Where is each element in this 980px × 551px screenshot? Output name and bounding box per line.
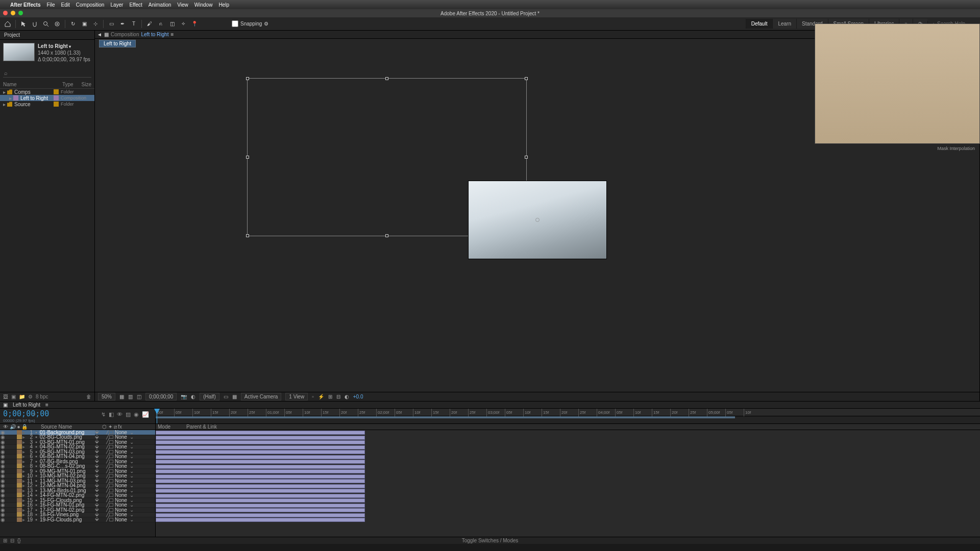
project-panel-tab[interactable]: Project bbox=[0, 31, 94, 40]
layer-color-label[interactable] bbox=[17, 449, 22, 454]
timeline-search-icon[interactable]: ⌕ bbox=[33, 411, 36, 416]
workspace-learn[interactable]: Learn bbox=[772, 19, 796, 29]
layer-color-label[interactable] bbox=[17, 444, 22, 449]
camera-dropdown[interactable]: Active Camera bbox=[241, 393, 282, 400]
visibility-toggle[interactable]: ◉ bbox=[0, 517, 5, 522]
timeline-ruler-area[interactable]: 00f05f10f15f20f25f01;00f05f10f15f20f25f0… bbox=[156, 409, 980, 423]
app-name[interactable]: After Effects bbox=[10, 2, 40, 8]
layer-duration-bar[interactable] bbox=[156, 494, 365, 498]
roto-brush-tool[interactable]: ✧ bbox=[179, 19, 188, 29]
project-settings-icon[interactable]: ⚙ bbox=[28, 394, 33, 399]
menu-animation[interactable]: Animation bbox=[149, 2, 171, 8]
layer-list[interactable]: ◉▸1▪01-Background.png⬙ ╱None⌄◉▸2▪02-BG-C… bbox=[0, 430, 156, 537]
rectangle-tool[interactable]: ▭ bbox=[107, 19, 116, 29]
zoom-tool[interactable] bbox=[41, 19, 51, 29]
view-layout-dropdown[interactable]: 1 View bbox=[285, 393, 308, 400]
draft-3d-icon[interactable]: ◧ bbox=[109, 411, 114, 418]
eraser-tool[interactable]: ◫ bbox=[167, 19, 177, 29]
menu-edit[interactable]: Edit bbox=[61, 2, 70, 8]
comp-mini-flowchart-tab[interactable]: Left to Right bbox=[99, 40, 136, 47]
menu-effect[interactable]: Effect bbox=[129, 2, 142, 8]
layer-color-label[interactable] bbox=[17, 440, 22, 444]
clone-tool[interactable]: ⎌ bbox=[156, 19, 165, 29]
channel-icon[interactable]: ◐ bbox=[191, 394, 195, 399]
type-tool[interactable]: T bbox=[129, 19, 138, 29]
mode-column[interactable]: Mode bbox=[156, 424, 186, 430]
snapping-checkbox[interactable] bbox=[232, 20, 238, 27]
resolution-dropdown[interactable]: (Half) bbox=[200, 393, 219, 400]
timeline-icon[interactable]: ⊞ bbox=[328, 394, 332, 399]
layer-duration-bar[interactable] bbox=[156, 465, 365, 469]
menu-file[interactable]: File bbox=[46, 2, 55, 8]
layer-row[interactable]: ◉▸19▪19-FG-Clouds.png⬙ ╱None⌄ bbox=[0, 517, 155, 522]
new-folder-icon[interactable]: 📁 bbox=[19, 394, 25, 399]
layer-switches[interactable]: ⬙ ╱ bbox=[95, 516, 109, 523]
layer-duration-bar[interactable] bbox=[156, 450, 365, 454]
layer-color-label[interactable] bbox=[17, 488, 22, 493]
layer-duration-bar[interactable] bbox=[156, 469, 365, 473]
layer-duration-bar[interactable] bbox=[156, 518, 365, 522]
layer-duration-bar[interactable] bbox=[156, 445, 365, 449]
project-tree-row[interactable]: ▸SourceFolder bbox=[0, 101, 94, 107]
layer-name[interactable]: 19-FG-Clouds.png bbox=[39, 517, 95, 522]
minimize-window-button[interactable] bbox=[11, 11, 15, 15]
project-tree-row[interactable]: ▸CompsFolder bbox=[0, 89, 94, 95]
layer-color-label[interactable] bbox=[17, 459, 22, 464]
layer-color-label[interactable] bbox=[17, 435, 22, 439]
toggle-in-out-icon[interactable]: {} bbox=[17, 538, 21, 543]
menu-window[interactable]: Window bbox=[194, 2, 213, 8]
current-time-display[interactable]: 0;00;00;00 bbox=[145, 393, 177, 400]
magnification-dropdown[interactable]: 50% bbox=[98, 393, 115, 400]
layer-duration-bar[interactable] bbox=[156, 504, 365, 508]
layer-color-label[interactable] bbox=[17, 430, 22, 435]
graph-editor-icon[interactable]: 📈 bbox=[142, 411, 149, 418]
menu-layer[interactable]: Layer bbox=[110, 2, 123, 8]
roi-icon[interactable]: ▭ bbox=[224, 394, 228, 399]
col-name[interactable]: Name bbox=[3, 82, 53, 87]
resolution-icon[interactable]: ▦ bbox=[119, 394, 124, 399]
layer-color-label[interactable] bbox=[17, 512, 22, 517]
pixel-aspect-icon[interactable]: ▫ bbox=[312, 394, 314, 399]
layer-duration-bar[interactable] bbox=[156, 513, 365, 517]
layer-duration-bar[interactable] bbox=[156, 431, 365, 435]
composition-canvas[interactable] bbox=[468, 181, 607, 259]
menu-composition[interactable]: Composition bbox=[76, 2, 105, 8]
toggle-switches-modes-button[interactable]: Toggle Switches / Modes bbox=[462, 538, 519, 543]
home-button[interactable] bbox=[3, 19, 12, 29]
layer-duration-bar[interactable] bbox=[156, 440, 365, 444]
layer-duration-bar[interactable] bbox=[156, 479, 365, 483]
layer-mode[interactable]: None bbox=[109, 517, 130, 522]
layer-color-label[interactable] bbox=[17, 479, 22, 483]
time-ruler[interactable]: 00f05f10f15f20f25f01;00f05f10f15f20f25f0… bbox=[156, 409, 980, 416]
layer-color-label[interactable] bbox=[17, 483, 22, 488]
frame-blend-icon[interactable]: ▨ bbox=[126, 411, 131, 418]
snapping-toggle[interactable]: Snapping ⚙ bbox=[232, 20, 268, 27]
close-window-button[interactable] bbox=[3, 11, 8, 15]
timeline-tab[interactable]: Left to Right bbox=[10, 402, 43, 408]
layer-bars-area[interactable] bbox=[156, 430, 980, 537]
layer-duration-bar[interactable] bbox=[156, 508, 365, 512]
fast-preview-icon[interactable]: ⚡ bbox=[318, 394, 324, 399]
reset-exposure-icon[interactable]: ◐ bbox=[345, 394, 349, 399]
grid-icon[interactable]: ▥ bbox=[128, 394, 133, 399]
layer-color-label[interactable] bbox=[17, 508, 22, 512]
workspace-default[interactable]: Default bbox=[746, 19, 773, 29]
brush-tool[interactable]: 🖌 bbox=[145, 19, 154, 29]
timeline-tab-menu-icon[interactable]: ≡ bbox=[45, 402, 48, 408]
project-tree[interactable]: ▸CompsFolder▸Left to RightComposition▸So… bbox=[0, 89, 94, 392]
layer-color-label[interactable] bbox=[17, 469, 22, 473]
delete-icon[interactable]: 🗑 bbox=[86, 394, 91, 399]
layer-duration-bar[interactable] bbox=[156, 489, 365, 493]
layer-color-label[interactable] bbox=[17, 498, 22, 503]
toggle-switch-icon[interactable]: ⊞ bbox=[3, 538, 7, 543]
layer-duration-bar[interactable] bbox=[156, 484, 365, 488]
source-name-column[interactable]: Source Name bbox=[41, 424, 102, 430]
toggle-transfer-icon[interactable]: ⊟ bbox=[10, 538, 14, 543]
exposure-value[interactable]: +0.0 bbox=[353, 394, 363, 399]
layer-color-label[interactable] bbox=[17, 493, 22, 497]
layer-color-label[interactable] bbox=[17, 517, 22, 522]
hand-tool[interactable] bbox=[30, 19, 39, 29]
comp-breadcrumb-name[interactable]: Left to Right bbox=[141, 32, 169, 37]
motion-blur-icon[interactable]: ◉ bbox=[134, 411, 139, 418]
menu-view[interactable]: View bbox=[177, 2, 188, 8]
